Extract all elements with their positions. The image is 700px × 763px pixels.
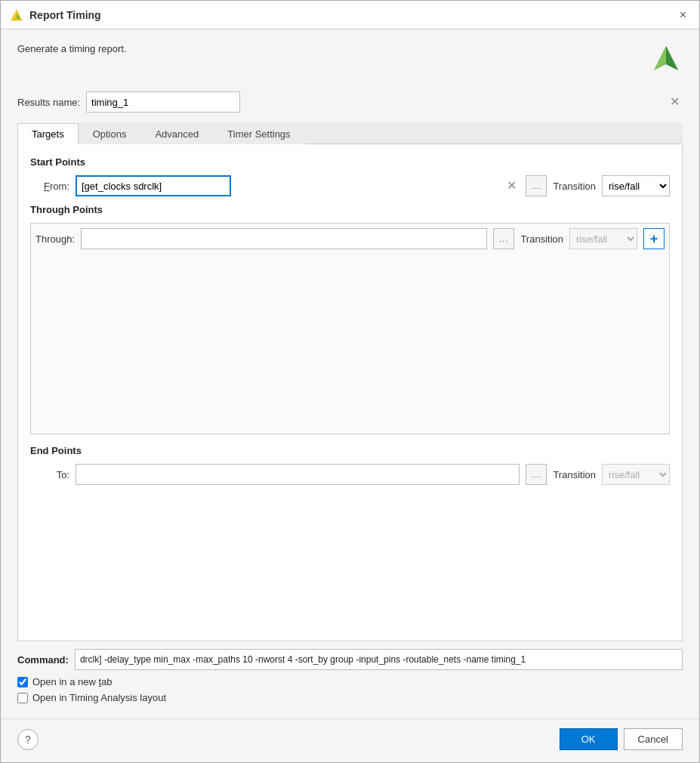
dialog-title: Report Timing (29, 9, 101, 21)
to-dots-button[interactable]: ... (526, 464, 547, 485)
results-input-wrap: ✕ (86, 91, 683, 113)
from-input-wrap: ✕ (76, 175, 520, 196)
open-new-tab-checkbox[interactable] (17, 677, 28, 687)
through-area: Through: ... Transition rise/fall rise f… (30, 223, 670, 434)
dialog-body: Generate a timing report. Results name: … (1, 29, 699, 718)
from-transition-label: Transition (553, 181, 596, 192)
to-input[interactable] (76, 464, 520, 485)
through-dots-button[interactable]: ... (493, 228, 514, 249)
cancel-button[interactable]: Cancel (624, 728, 683, 750)
from-row: From: ✕ ... Transition rise/fall rise fa… (30, 175, 670, 196)
from-dots-button[interactable]: ... (526, 175, 547, 196)
through-transition-label: Transition (520, 233, 563, 245)
command-label: Command: (17, 654, 69, 666)
through-points-title: Through Points (30, 204, 670, 215)
through-input[interactable] (81, 228, 487, 249)
description-text: Generate a timing report. (17, 43, 127, 54)
open-new-tab-label: Open in a new tab (32, 676, 113, 687)
from-transition-select[interactable]: rise/fall rise fall (602, 175, 670, 196)
svg-marker-3 (666, 46, 678, 70)
open-timing-analysis-checkbox[interactable] (17, 693, 28, 703)
dialog-footer: ? OK Cancel (1, 718, 699, 762)
command-row: Command: (17, 649, 683, 670)
to-transition-label: Transition (553, 469, 596, 480)
dialog: Report Timing × Generate a timing report… (0, 0, 700, 763)
results-clear-button[interactable]: ✕ (670, 96, 680, 108)
checkbox-row-1: Open in Timing Analysis layout (17, 692, 683, 703)
from-label: From: (30, 181, 69, 192)
checkbox-row-0: Open in a new tab (17, 676, 683, 687)
through-add-button[interactable]: + (643, 228, 665, 249)
tab-content-targets: Start Points From: ✕ ... Transition rise… (17, 144, 683, 641)
close-button[interactable]: × (676, 8, 690, 23)
command-input[interactable] (75, 649, 683, 670)
tab-options[interactable]: Options (79, 123, 141, 144)
svg-marker-4 (654, 46, 666, 70)
tab-advanced[interactable]: Advanced (140, 123, 213, 144)
to-transition-select[interactable]: rise/fall rise fall (602, 464, 670, 485)
description-row: Generate a timing report. (17, 43, 683, 76)
to-label: To: (30, 469, 69, 480)
help-button[interactable]: ? (17, 729, 39, 750)
to-row: To: ... Transition rise/fall rise fall (30, 464, 670, 485)
tab-timer-settings[interactable]: Timer Settings (213, 123, 304, 144)
tab-targets[interactable]: Targets (17, 123, 79, 144)
app-icon (10, 8, 23, 22)
results-name-row: Results name: ✕ (17, 91, 683, 113)
title-bar: Report Timing × (1, 1, 699, 29)
footer-buttons: OK Cancel (560, 728, 683, 750)
results-name-input[interactable] (86, 91, 240, 113)
tabs-bar: Targets Options Advanced Timer Settings (17, 123, 683, 144)
start-points-title: Start Points (30, 156, 670, 168)
through-row: Through: ... Transition rise/fall rise f… (35, 228, 665, 249)
logo-icon (649, 43, 683, 76)
from-input[interactable] (76, 175, 231, 196)
from-clear-button[interactable]: ✕ (507, 180, 517, 192)
open-timing-analysis-label: Open in Timing Analysis layout (32, 692, 166, 703)
results-label: Results name: (17, 97, 80, 108)
end-points-title: End Points (30, 445, 670, 456)
through-transition-select[interactable]: rise/fall rise fall (569, 228, 637, 249)
title-bar-left: Report Timing (10, 8, 101, 22)
through-label: Through: (35, 233, 75, 245)
ok-button[interactable]: OK (560, 728, 618, 750)
